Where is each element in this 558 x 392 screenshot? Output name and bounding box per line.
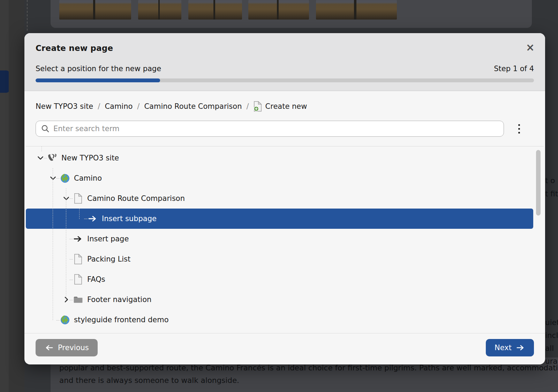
background-text-fragment: all — [545, 344, 558, 353]
background-photo-thumbnail — [138, 0, 181, 20]
tree-item-insert-subpage[interactable]: Insert subpage — [26, 209, 533, 229]
page-icon — [72, 274, 84, 285]
search-row — [36, 121, 534, 137]
previous-button[interactable]: Previous — [36, 339, 98, 356]
arrow-right-icon — [516, 344, 525, 351]
background-content-card — [51, 0, 532, 28]
tree-item-insert-page[interactable]: Insert page — [26, 229, 533, 249]
tree-item-footer-navigation[interactable]: Footer navigation — [26, 289, 533, 310]
search-input[interactable] — [53, 125, 499, 133]
breadcrumb-separator: / — [246, 102, 249, 111]
chevron-down-icon[interactable] — [62, 195, 72, 202]
chevron-down-icon[interactable] — [37, 154, 46, 162]
background-photo-thumbnail — [188, 0, 242, 20]
page-icon — [72, 193, 84, 204]
tree-item-label: New TYPO3 site — [61, 154, 119, 162]
breadcrumb-separator: / — [137, 102, 140, 111]
arrow-right-icon — [72, 235, 84, 242]
background-paragraph-line: popular and best-supported route, the Ca… — [59, 363, 558, 372]
close-button[interactable]: × — [526, 42, 535, 53]
modal-header: Create new page × Select a position for … — [24, 33, 545, 91]
search-icon — [41, 124, 50, 133]
arrow-right-icon — [87, 215, 99, 222]
background-sidebar-strip — [9, 0, 24, 392]
tree-item-camino-route-comparison[interactable]: Camino Route Comparison — [26, 188, 533, 209]
background-photo-thumbnail — [248, 0, 309, 20]
tree-item-styleguide-frontend-demo[interactable]: styleguide frontend demo — [26, 310, 533, 330]
tree-item-label: Camino — [74, 174, 102, 182]
breadcrumb-item[interactable]: New TYPO3 site — [36, 102, 93, 111]
tree-item-label: Packing List — [87, 255, 130, 263]
tree-item-packing-list[interactable]: Packing List — [26, 249, 533, 269]
modal-footer: Previous Next — [24, 333, 545, 364]
page-new-icon — [254, 101, 262, 112]
background-text-fragment: t o — [545, 176, 558, 185]
page-tree: New TYPO3 site Camino — [26, 146, 544, 330]
background-text-fragment: incl — [545, 331, 558, 340]
progress-bar — [36, 78, 534, 82]
globe-icon — [59, 174, 71, 183]
chevron-right-icon[interactable] — [62, 296, 72, 303]
breadcrumb-create-new: Create new — [254, 101, 307, 112]
tree-item-label: styleguide frontend demo — [74, 316, 169, 324]
create-new-page-modal: Create new page × Select a position for … — [24, 33, 545, 364]
background-photo-thumbnail — [316, 0, 397, 20]
typo3-logo-icon — [46, 153, 58, 163]
kebab-menu-icon[interactable] — [504, 121, 534, 137]
breadcrumb-item[interactable]: Camino Route Comparison — [144, 102, 242, 111]
step-indicator: Step 1 of 4 — [494, 65, 534, 73]
background-tree-line — [27, 0, 28, 31]
tree-item-label: Insert page — [87, 235, 129, 243]
background-text-fragment: t fit — [545, 189, 558, 198]
progress-bar-fill — [36, 78, 160, 82]
modal-title: Create new page — [36, 44, 534, 53]
chevron-down-icon[interactable] — [49, 174, 59, 182]
tree-item-label: FAQs — [87, 275, 105, 284]
globe-icon — [59, 315, 71, 325]
tree-item-label: Insert subpage — [102, 214, 157, 223]
modal-body: New TYPO3 site / Camino / Camino Route C… — [24, 91, 545, 333]
next-button-label: Next — [495, 344, 512, 352]
background-sidebar-rail — [0, 0, 9, 392]
search-input-wrapper — [36, 121, 504, 137]
arrow-left-icon — [44, 344, 53, 351]
next-button[interactable]: Next — [486, 339, 534, 356]
scrollbar-thumb[interactable] — [536, 150, 541, 216]
breadcrumb-item[interactable]: Camino — [105, 102, 133, 111]
breadcrumb-create-new-label: Create new — [265, 102, 307, 111]
background-photo-thumbnail — [59, 0, 131, 20]
breadcrumb-separator: / — [98, 102, 100, 111]
tree-item-label: Camino Route Comparison — [87, 194, 185, 203]
breadcrumb: New TYPO3 site / Camino / Camino Route C… — [36, 101, 534, 112]
background-text-fragment: ural — [545, 357, 558, 365]
folder-icon — [72, 296, 84, 303]
page-icon — [72, 254, 84, 264]
modal-subtitle: Select a position for the new page — [36, 65, 161, 73]
background-active-nav-item — [0, 70, 10, 93]
tree-item-new-typo3-site[interactable]: New TYPO3 site — [26, 148, 533, 168]
previous-button-label: Previous — [58, 344, 89, 352]
background-text-fragment: uiet — [545, 318, 558, 327]
tree-item-camino[interactable]: Camino — [26, 168, 533, 188]
background-paragraph-line: and there is always someone to walk alon… — [59, 376, 239, 385]
tree-item-label: Footer navigation — [87, 295, 151, 304]
tree-item-faqs[interactable]: FAQs — [26, 269, 533, 289]
